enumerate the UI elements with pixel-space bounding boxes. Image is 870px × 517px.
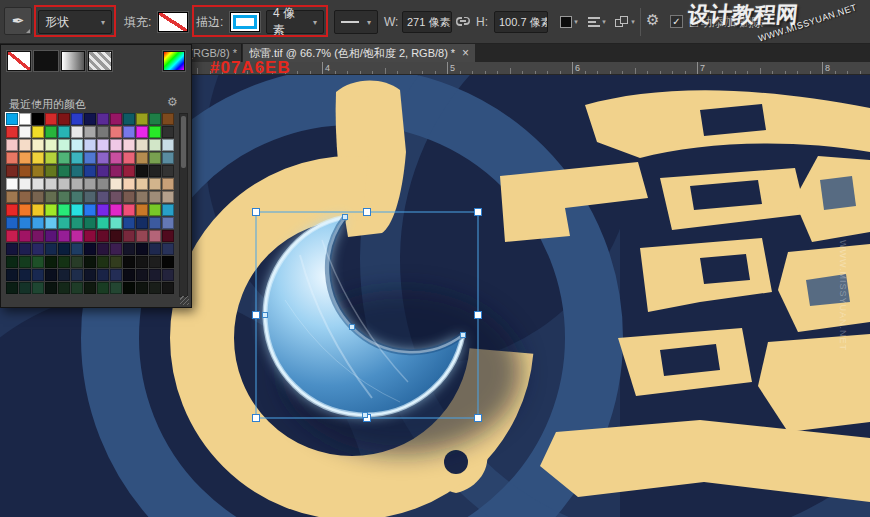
color-swatch[interactable] bbox=[149, 113, 161, 125]
color-swatch[interactable] bbox=[71, 165, 83, 177]
color-swatch[interactable] bbox=[97, 217, 109, 229]
color-swatch[interactable] bbox=[58, 217, 70, 229]
color-swatch[interactable] bbox=[149, 204, 161, 216]
color-swatch[interactable] bbox=[84, 243, 96, 255]
color-swatch[interactable] bbox=[97, 113, 109, 125]
color-swatch[interactable] bbox=[84, 152, 96, 164]
color-swatch[interactable] bbox=[19, 269, 31, 281]
color-swatch[interactable] bbox=[149, 152, 161, 164]
color-swatch[interactable] bbox=[6, 191, 18, 203]
color-swatch[interactable] bbox=[162, 282, 174, 294]
color-swatch[interactable] bbox=[71, 230, 83, 242]
gradient-button[interactable] bbox=[61, 51, 85, 71]
color-swatch[interactable] bbox=[149, 230, 161, 242]
color-swatch[interactable] bbox=[162, 139, 174, 151]
color-swatch[interactable] bbox=[84, 230, 96, 242]
color-swatch[interactable] bbox=[110, 126, 122, 138]
color-swatch[interactable] bbox=[32, 217, 44, 229]
path-operations-button[interactable]: ▾ bbox=[556, 11, 582, 33]
color-swatch[interactable] bbox=[71, 178, 83, 190]
color-swatch[interactable] bbox=[84, 139, 96, 151]
color-swatch[interactable] bbox=[45, 256, 57, 268]
color-swatch[interactable] bbox=[136, 282, 148, 294]
color-swatch[interactable] bbox=[45, 113, 57, 125]
color-swatch[interactable] bbox=[19, 230, 31, 242]
color-swatch[interactable] bbox=[19, 113, 31, 125]
color-swatch[interactable] bbox=[162, 178, 174, 190]
color-swatch[interactable] bbox=[97, 282, 109, 294]
color-swatch[interactable] bbox=[71, 269, 83, 281]
color-swatch[interactable] bbox=[110, 282, 122, 294]
color-swatch[interactable] bbox=[32, 230, 44, 242]
color-swatch[interactable] bbox=[19, 243, 31, 255]
color-swatch[interactable] bbox=[58, 126, 70, 138]
color-swatch[interactable] bbox=[136, 139, 148, 151]
color-swatch[interactable] bbox=[110, 204, 122, 216]
color-swatch[interactable] bbox=[149, 126, 161, 138]
color-swatch[interactable] bbox=[58, 152, 70, 164]
color-swatch[interactable] bbox=[97, 139, 109, 151]
path-arrangement-button[interactable]: ▾ bbox=[612, 11, 638, 33]
anchor-point[interactable] bbox=[363, 413, 368, 418]
color-swatch[interactable] bbox=[45, 191, 57, 203]
color-swatch[interactable] bbox=[19, 126, 31, 138]
color-swatch[interactable] bbox=[149, 139, 161, 151]
color-swatch[interactable] bbox=[149, 269, 161, 281]
color-swatch[interactable] bbox=[123, 152, 135, 164]
color-swatch[interactable] bbox=[45, 204, 57, 216]
color-swatch[interactable] bbox=[123, 165, 135, 177]
color-swatch[interactable] bbox=[58, 282, 70, 294]
color-swatch[interactable] bbox=[123, 256, 135, 268]
color-swatch[interactable] bbox=[71, 282, 83, 294]
color-swatch[interactable] bbox=[6, 113, 18, 125]
color-swatch[interactable] bbox=[45, 165, 57, 177]
color-swatch[interactable] bbox=[162, 269, 174, 281]
color-swatch[interactable] bbox=[97, 269, 109, 281]
color-swatch[interactable] bbox=[45, 152, 57, 164]
color-swatch[interactable] bbox=[84, 178, 96, 190]
color-swatch[interactable] bbox=[97, 126, 109, 138]
transform-handle[interactable] bbox=[475, 209, 482, 216]
color-swatch[interactable] bbox=[149, 243, 161, 255]
solid-color-button[interactable] bbox=[34, 51, 58, 71]
color-swatch[interactable] bbox=[71, 126, 83, 138]
color-swatch[interactable] bbox=[123, 178, 135, 190]
color-swatch[interactable] bbox=[110, 256, 122, 268]
width-field[interactable]: 271 像素 bbox=[402, 11, 452, 33]
color-swatch[interactable] bbox=[71, 243, 83, 255]
color-swatch[interactable] bbox=[84, 165, 96, 177]
color-swatch[interactable] bbox=[136, 243, 148, 255]
color-swatch[interactable] bbox=[97, 256, 109, 268]
color-swatch[interactable] bbox=[32, 152, 44, 164]
color-swatch[interactable] bbox=[162, 113, 174, 125]
color-swatch[interactable] bbox=[97, 230, 109, 242]
color-swatch[interactable] bbox=[97, 191, 109, 203]
color-swatch[interactable] bbox=[71, 152, 83, 164]
stroke-style-dropdown[interactable]: ▾ bbox=[334, 10, 378, 34]
color-swatch[interactable] bbox=[136, 113, 148, 125]
color-swatch[interactable] bbox=[45, 230, 57, 242]
color-swatch[interactable] bbox=[110, 243, 122, 255]
color-swatch[interactable] bbox=[162, 256, 174, 268]
color-swatch[interactable] bbox=[58, 243, 70, 255]
stroke-width-dropdown[interactable]: 4 像素 ▾ bbox=[266, 10, 324, 34]
color-swatch[interactable] bbox=[6, 230, 18, 242]
color-swatch[interactable] bbox=[149, 178, 161, 190]
color-swatch[interactable] bbox=[123, 230, 135, 242]
color-swatch[interactable] bbox=[58, 204, 70, 216]
transform-handle[interactable] bbox=[253, 209, 260, 216]
color-swatch[interactable] bbox=[6, 204, 18, 216]
color-swatch[interactable] bbox=[110, 230, 122, 242]
panel-scrollbar[interactable] bbox=[179, 113, 188, 297]
color-swatch[interactable] bbox=[19, 204, 31, 216]
color-swatch[interactable] bbox=[32, 113, 44, 125]
color-swatch[interactable] bbox=[110, 165, 122, 177]
color-swatch[interactable] bbox=[84, 269, 96, 281]
color-swatch[interactable] bbox=[71, 204, 83, 216]
color-swatch[interactable] bbox=[32, 282, 44, 294]
stroke-swatch[interactable] bbox=[230, 12, 260, 32]
tool-mode-dropdown[interactable]: 形状 ▾ bbox=[38, 10, 112, 34]
color-swatch[interactable] bbox=[84, 191, 96, 203]
color-swatch[interactable] bbox=[123, 139, 135, 151]
color-swatch[interactable] bbox=[32, 165, 44, 177]
